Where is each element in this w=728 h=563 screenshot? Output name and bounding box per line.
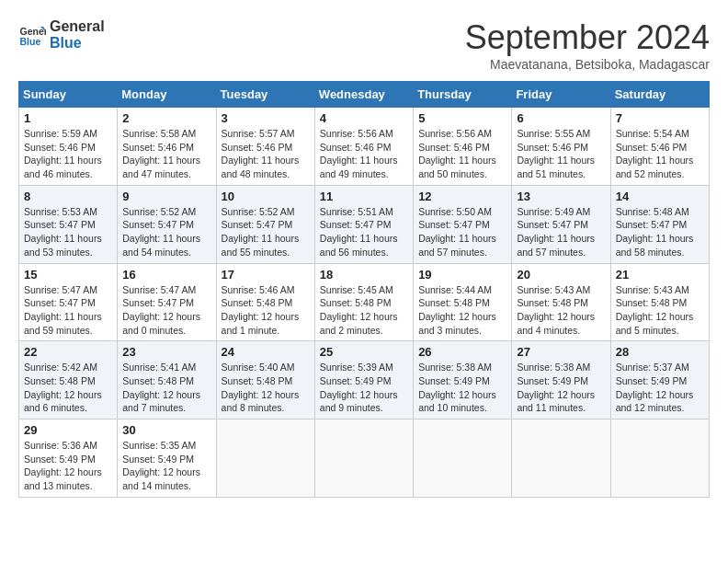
header-monday: Monday — [118, 82, 216, 108]
header-friday: Friday — [512, 82, 610, 108]
day-info: Sunrise: 5:55 AMSunset: 5:46 PMDaylight:… — [517, 127, 605, 181]
calendar-cell: 30Sunrise: 5:35 AMSunset: 5:49 PMDayligh… — [118, 419, 216, 498]
day-number: 18 — [320, 268, 408, 282]
calendar-cell: 18Sunrise: 5:45 AMSunset: 5:48 PMDayligh… — [314, 263, 413, 341]
day-info: Sunrise: 5:43 AMSunset: 5:48 PMDaylight:… — [517, 283, 605, 338]
calendar-cell: 10Sunrise: 5:52 AMSunset: 5:47 PMDayligh… — [216, 185, 314, 263]
day-info: Sunrise: 5:52 AMSunset: 5:47 PMDaylight:… — [122, 205, 210, 259]
day-number: 13 — [517, 190, 605, 203]
day-number: 28 — [616, 345, 704, 359]
calendar-cell: 28Sunrise: 5:37 AMSunset: 5:49 PMDayligh… — [610, 341, 709, 419]
day-number: 2 — [122, 111, 210, 125]
header-saturday: Saturday — [610, 82, 709, 108]
day-number: 6 — [517, 111, 605, 125]
day-number: 21 — [616, 268, 704, 282]
day-info: Sunrise: 5:35 AMSunset: 5:49 PMDaylight:… — [122, 439, 210, 493]
day-number: 1 — [24, 111, 112, 125]
day-number: 9 — [122, 190, 210, 203]
calendar-cell: 9Sunrise: 5:52 AMSunset: 5:47 PMDaylight… — [118, 185, 216, 263]
day-number: 27 — [517, 345, 605, 359]
calendar-cell: 11Sunrise: 5:51 AMSunset: 5:47 PMDayligh… — [314, 185, 413, 263]
day-number: 25 — [320, 345, 408, 359]
calendar-cell: 25Sunrise: 5:39 AMSunset: 5:49 PMDayligh… — [314, 341, 413, 419]
day-info: Sunrise: 5:57 AMSunset: 5:46 PMDaylight:… — [222, 127, 310, 181]
day-info: Sunrise: 5:43 AMSunset: 5:48 PMDaylight:… — [616, 283, 704, 338]
day-info: Sunrise: 5:50 AMSunset: 5:47 PMDaylight:… — [418, 205, 506, 259]
svg-text:Blue: Blue — [20, 35, 41, 46]
calendar-cell: 21Sunrise: 5:43 AMSunset: 5:48 PMDayligh… — [610, 263, 709, 341]
day-number: 10 — [222, 190, 310, 203]
day-number: 19 — [418, 268, 506, 282]
header-tuesday: Tuesday — [216, 82, 314, 108]
calendar-cell — [414, 419, 512, 498]
location: Maevatanana, Betsiboka, Madagascar — [465, 57, 710, 72]
day-info: Sunrise: 5:45 AMSunset: 5:48 PMDaylight:… — [320, 283, 408, 338]
calendar-cell: 7Sunrise: 5:54 AMSunset: 5:46 PMDaylight… — [610, 108, 709, 186]
calendar-cell — [314, 419, 413, 498]
calendar-cell: 4Sunrise: 5:56 AMSunset: 5:46 PMDaylight… — [314, 108, 413, 186]
day-info: Sunrise: 5:56 AMSunset: 5:46 PMDaylight:… — [320, 127, 408, 181]
calendar-week-3: 15Sunrise: 5:47 AMSunset: 5:47 PMDayligh… — [19, 263, 710, 341]
calendar-cell — [610, 419, 709, 498]
calendar-cell: 3Sunrise: 5:57 AMSunset: 5:46 PMDaylight… — [216, 108, 314, 186]
calendar-cell: 19Sunrise: 5:44 AMSunset: 5:48 PMDayligh… — [414, 263, 512, 341]
header-thursday: Thursday — [414, 82, 512, 108]
calendar-cell: 26Sunrise: 5:38 AMSunset: 5:49 PMDayligh… — [414, 341, 512, 419]
day-number: 26 — [418, 345, 506, 359]
calendar-cell: 17Sunrise: 5:46 AMSunset: 5:48 PMDayligh… — [216, 263, 314, 341]
day-info: Sunrise: 5:49 AMSunset: 5:47 PMDaylight:… — [517, 205, 605, 259]
month-title: September 2024 — [465, 18, 710, 57]
calendar-cell: 13Sunrise: 5:49 AMSunset: 5:47 PMDayligh… — [512, 185, 610, 263]
day-number: 23 — [122, 345, 210, 359]
day-info: Sunrise: 5:53 AMSunset: 5:47 PMDaylight:… — [24, 205, 112, 259]
day-number: 7 — [616, 111, 704, 125]
calendar-cell: 14Sunrise: 5:48 AMSunset: 5:47 PMDayligh… — [610, 185, 709, 263]
day-number: 17 — [222, 268, 310, 282]
calendar-cell: 29Sunrise: 5:36 AMSunset: 5:49 PMDayligh… — [19, 419, 118, 498]
logo-text-general: General — [50, 18, 105, 35]
calendar-cell — [512, 419, 610, 498]
day-number: 8 — [24, 190, 112, 203]
day-number: 15 — [24, 268, 112, 282]
header-sunday: Sunday — [19, 82, 118, 108]
calendar-cell — [216, 419, 314, 498]
day-info: Sunrise: 5:56 AMSunset: 5:46 PMDaylight:… — [418, 127, 506, 181]
day-number: 3 — [222, 111, 310, 125]
day-info: Sunrise: 5:36 AMSunset: 5:49 PMDaylight:… — [24, 439, 112, 493]
day-info: Sunrise: 5:54 AMSunset: 5:46 PMDaylight:… — [616, 127, 704, 181]
title-area: September 2024 Maevatanana, Betsiboka, M… — [465, 18, 710, 72]
page-header: General Blue General Blue September 2024… — [18, 18, 710, 72]
logo: General Blue General Blue — [18, 18, 105, 51]
day-info: Sunrise: 5:51 AMSunset: 5:47 PMDaylight:… — [320, 205, 408, 259]
day-info: Sunrise: 5:44 AMSunset: 5:48 PMDaylight:… — [418, 283, 506, 338]
calendar-cell: 2Sunrise: 5:58 AMSunset: 5:46 PMDaylight… — [118, 108, 216, 186]
calendar-cell: 6Sunrise: 5:55 AMSunset: 5:46 PMDaylight… — [512, 108, 610, 186]
day-info: Sunrise: 5:40 AMSunset: 5:48 PMDaylight:… — [222, 361, 310, 415]
day-number: 29 — [24, 423, 112, 437]
calendar-cell: 1Sunrise: 5:59 AMSunset: 5:46 PMDaylight… — [19, 108, 118, 186]
day-number: 11 — [320, 190, 408, 203]
day-info: Sunrise: 5:38 AMSunset: 5:49 PMDaylight:… — [418, 361, 506, 415]
day-info: Sunrise: 5:47 AMSunset: 5:47 PMDaylight:… — [24, 283, 112, 338]
calendar-cell: 8Sunrise: 5:53 AMSunset: 5:47 PMDaylight… — [19, 185, 118, 263]
calendar-cell: 15Sunrise: 5:47 AMSunset: 5:47 PMDayligh… — [19, 263, 118, 341]
logo-icon: General Blue — [18, 21, 46, 49]
header-wednesday: Wednesday — [314, 82, 413, 108]
calendar-table: SundayMondayTuesdayWednesdayThursdayFrid… — [18, 81, 710, 498]
day-info: Sunrise: 5:41 AMSunset: 5:48 PMDaylight:… — [122, 361, 210, 415]
day-number: 14 — [616, 190, 704, 203]
calendar-week-4: 22Sunrise: 5:42 AMSunset: 5:48 PMDayligh… — [19, 341, 710, 419]
calendar-cell: 24Sunrise: 5:40 AMSunset: 5:48 PMDayligh… — [216, 341, 314, 419]
day-number: 16 — [122, 268, 210, 282]
calendar-week-2: 8Sunrise: 5:53 AMSunset: 5:47 PMDaylight… — [19, 185, 710, 263]
day-number: 20 — [517, 268, 605, 282]
calendar-cell: 27Sunrise: 5:38 AMSunset: 5:49 PMDayligh… — [512, 341, 610, 419]
calendar-cell: 22Sunrise: 5:42 AMSunset: 5:48 PMDayligh… — [19, 341, 118, 419]
day-info: Sunrise: 5:46 AMSunset: 5:48 PMDaylight:… — [222, 283, 310, 338]
day-info: Sunrise: 5:37 AMSunset: 5:49 PMDaylight:… — [616, 361, 704, 415]
logo-text-blue: Blue — [50, 35, 105, 52]
day-info: Sunrise: 5:52 AMSunset: 5:47 PMDaylight:… — [222, 205, 310, 259]
day-number: 12 — [418, 190, 506, 203]
calendar-week-5: 29Sunrise: 5:36 AMSunset: 5:49 PMDayligh… — [19, 419, 710, 498]
day-number: 4 — [320, 111, 408, 125]
